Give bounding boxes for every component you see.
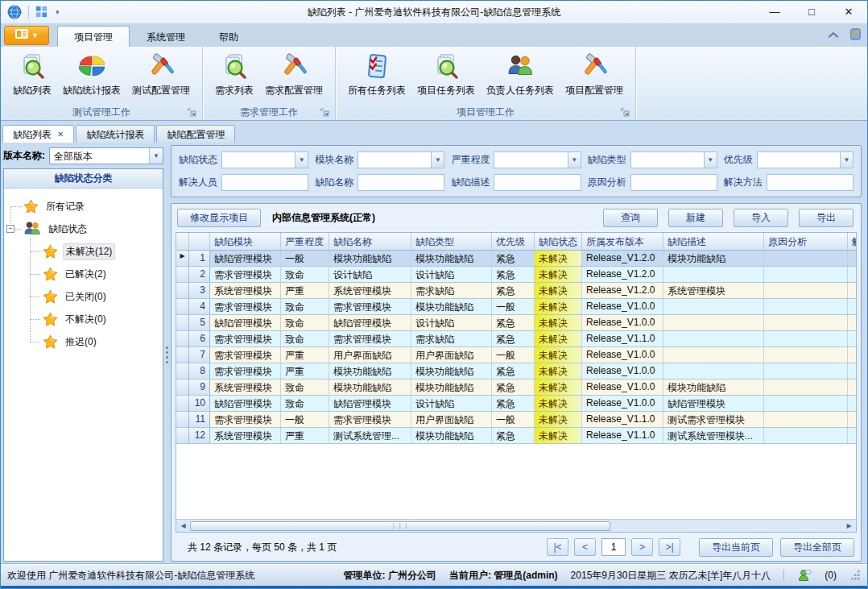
collapse-ribbon-icon[interactable] — [828, 30, 839, 41]
export-all-pages-button[interactable]: 导出全部页 — [780, 538, 854, 557]
table-row[interactable]: 5缺陷管理模块致命缺陷管理模块设计缺陷紧急未解决Release_V1.0.0 — [176, 315, 856, 331]
severity-filter-input[interactable] — [494, 152, 567, 168]
scroll-left-icon[interactable]: ◀ — [177, 522, 189, 529]
defect-status-filter-input[interactable] — [222, 152, 295, 168]
export-current-page-button[interactable]: 导出当前页 — [699, 538, 773, 557]
priority-filter[interactable]: ▼ — [757, 151, 854, 168]
menu-tab-项目管理[interactable]: 项目管理 — [57, 26, 130, 47]
table-row[interactable]: 12系统管理模块严重测试系统管理...模块功能缺陷紧急未解决Release_V1… — [176, 428, 856, 444]
ribbon-button-所有任务列表[interactable]: 所有任务列表 — [342, 51, 411, 99]
tree-item-已解决(2)[interactable]: 已解决(2) — [4, 263, 163, 285]
grid-column-header-解决方法[interactable]: 解决方法 — [848, 233, 856, 250]
priority-filter-input[interactable] — [758, 152, 840, 168]
import-button[interactable]: 导入 — [734, 209, 788, 227]
table-row[interactable]: 4需求管理模块致命需求管理模块模块功能缺陷一般未解决Release_V1.0.0 — [176, 299, 856, 315]
cause-analysis-filter-input[interactable] — [631, 175, 717, 190]
grid-column-header-缺陷模块[interactable]: 缺陷模块 — [210, 233, 281, 250]
grid-column-header-缺陷描述[interactable]: 缺陷描述 — [663, 233, 764, 250]
table-row[interactable]: ▶1缺陷管理模块一般模块功能缺陷模块功能缺陷紧急未解决Release_V1.2.… — [176, 251, 856, 267]
tree-item-推迟(0)[interactable]: 推迟(0) — [4, 330, 163, 353]
close-tab-icon[interactable]: ✕ — [57, 127, 64, 143]
defect-desc-filter-input[interactable] — [494, 175, 580, 190]
grid-column-header-原因分析[interactable]: 原因分析 — [764, 233, 848, 250]
page-number-input[interactable] — [601, 538, 626, 556]
modify-columns-button[interactable]: 修改显示项目 — [177, 209, 261, 227]
tree-item-不解决(0)[interactable]: 不解决(0) — [4, 308, 163, 330]
application-menu-button[interactable]: ▼ — [4, 26, 49, 45]
chevron-down-icon[interactable]: ▼ — [704, 152, 717, 168]
resolver-filter[interactable] — [221, 174, 308, 191]
module-name-filter[interactable]: ▼ — [358, 151, 444, 168]
splitter-handle[interactable] — [163, 145, 171, 564]
ribbon-button-负责人任务列表[interactable]: 负责人任务列表 — [481, 51, 560, 99]
ribbon-button-项目配置管理[interactable]: 项目配置管理 — [560, 51, 629, 99]
defect-type-filter[interactable]: ▼ — [630, 151, 717, 168]
search-button[interactable]: 查询 — [603, 209, 658, 227]
close-button[interactable]: ✕ — [830, 1, 867, 23]
grid-column-header-缺陷名称[interactable]: 缺陷名称 — [329, 233, 411, 250]
chevron-down-icon[interactable]: ▼ — [431, 152, 444, 168]
cause-analysis-filter[interactable] — [630, 174, 717, 191]
grid-column-header-缺陷类型[interactable]: 缺陷类型 — [411, 233, 492, 250]
table-row[interactable]: 6需求管理模块致命需求管理模块需求缺陷紧急未解决Release_V1.1.0 — [176, 331, 856, 347]
table-row[interactable]: 9系统管理模块致命模块功能缺陷模块功能缺陷紧急未解决Release_V1.0.0… — [176, 380, 856, 396]
minimize-button[interactable]: — — [756, 1, 793, 23]
module-name-filter-input[interactable] — [358, 152, 431, 168]
tree-item-未解决(12)[interactable]: 未解决(12) — [4, 240, 163, 263]
tree-expander-icon[interactable]: − — [6, 225, 14, 233]
ribbon-button-需求配置管理[interactable]: 需求配置管理 — [259, 51, 329, 99]
table-row[interactable]: 3系统管理模块严重系统管理模块需求缺陷紧急未解决Release_V1.2.0系统… — [176, 283, 856, 299]
table-row[interactable]: 11需求管理模块一般需求管理模块用户界面缺陷一般未解决Release_V1.1.… — [176, 412, 856, 428]
version-select[interactable]: 全部版本 ▼ — [49, 147, 163, 164]
table-row[interactable]: 10缺陷管理模块致命缺陷管理模块设计缺陷紧急未解决Release_V1.0.0缺… — [176, 396, 856, 412]
chevron-down-icon[interactable]: ▼ — [149, 148, 163, 164]
solution-filter[interactable] — [767, 174, 854, 191]
resolver-filter-input[interactable] — [222, 175, 308, 190]
grid-column-header-优先级[interactable]: 优先级 — [492, 233, 535, 250]
chevron-down-icon[interactable]: ▼ — [295, 152, 308, 168]
tree-item-所有记录[interactable]: 所有记录 — [4, 195, 163, 218]
doc-tab-缺陷列表[interactable]: 缺陷列表✕ — [2, 125, 74, 143]
maximize-button[interactable]: □ — [793, 1, 830, 23]
ribbon-button-需求列表[interactable]: 需求列表 — [209, 51, 259, 99]
last-page-button[interactable]: >| — [659, 538, 680, 556]
grid-column-header-所属发布版本[interactable]: 所属发布版本 — [582, 233, 663, 250]
next-page-button[interactable]: > — [631, 538, 653, 556]
ribbon-button-项目任务列表[interactable]: 项目任务列表 — [411, 51, 481, 99]
table-row[interactable]: 2需求管理模块致命设计缺陷设计缺陷紧急未解决Release_V1.2.0 — [176, 267, 856, 283]
export-button[interactable]: 导出 — [799, 209, 854, 227]
tree-item-缺陷状态[interactable]: −缺陷状态 — [4, 218, 163, 240]
dialog-launcher-icon[interactable] — [621, 108, 630, 117]
defect-name-filter[interactable] — [358, 174, 444, 191]
ribbon-button-缺陷列表[interactable]: 缺陷列表 — [7, 51, 57, 99]
quick-access-caret-icon[interactable]: ▾ — [56, 8, 60, 16]
scrollbar-thumb[interactable]: ❘❘❘ — [190, 521, 610, 531]
horizontal-scrollbar[interactable]: ◀ ❘❘❘ ▶ — [176, 519, 856, 532]
doc-tab-缺陷配置管理[interactable]: 缺陷配置管理 — [156, 125, 235, 143]
dialog-launcher-icon[interactable] — [320, 108, 329, 117]
severity-filter[interactable]: ▼ — [494, 151, 581, 168]
resize-grip[interactable] — [851, 570, 861, 580]
menu-tab-帮助[interactable]: 帮助 — [202, 26, 255, 47]
dialog-launcher-icon[interactable] — [188, 108, 196, 117]
defect-desc-filter[interactable] — [494, 174, 581, 191]
prev-page-button[interactable]: < — [574, 538, 596, 556]
chevron-down-icon[interactable]: ▼ — [568, 152, 581, 168]
layout-grid-icon[interactable] — [35, 5, 49, 19]
tree-item-已关闭(0)[interactable]: 已关闭(0) — [4, 285, 163, 308]
solution-filter-input[interactable] — [767, 175, 853, 190]
help-icon[interactable] — [849, 27, 862, 44]
grid-column-header-严重程度[interactable]: 严重程度 — [281, 233, 329, 250]
table-row[interactable]: 7需求管理模块严重用户界面缺陷用户界面缺陷一般未解决Release_V1.0.0 — [176, 347, 856, 363]
ribbon-button-测试配置管理[interactable]: 测试配置管理 — [126, 51, 196, 99]
scroll-right-icon[interactable]: ▶ — [843, 522, 855, 529]
new-button[interactable]: 新建 — [668, 209, 723, 227]
defect-type-filter-input[interactable] — [631, 152, 704, 168]
table-row[interactable]: 8需求管理模块严重模块功能缺陷模块功能缺陷紧急未解决Release_V1.0.0 — [176, 363, 856, 380]
ribbon-button-缺陷统计报表[interactable]: 缺陷统计报表 — [57, 51, 126, 99]
grid-column-header-缺陷状态[interactable]: 缺陷状态 — [535, 233, 582, 250]
defect-status-filter[interactable]: ▼ — [221, 151, 308, 168]
first-page-button[interactable]: |< — [547, 538, 568, 556]
defect-name-filter-input[interactable] — [358, 175, 444, 190]
menu-tab-系统管理[interactable]: 系统管理 — [130, 26, 202, 47]
